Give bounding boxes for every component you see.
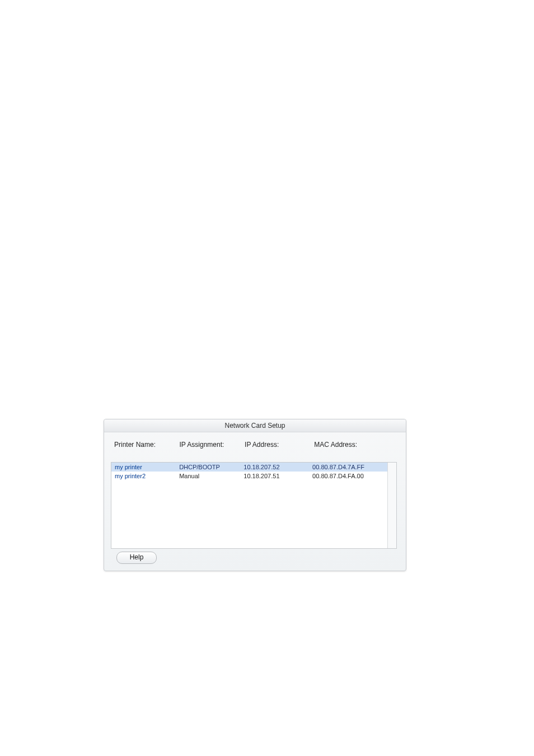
network-card-setup-dialog: Network Card Setup Printer Name: IP Assi… [104,419,406,571]
header-mac-address: MAC Address: [314,441,396,449]
help-button[interactable]: Help [116,552,157,564]
header-printer-name: Printer Name: [114,441,180,449]
header-ip-assignment: IP Assignment: [180,441,245,449]
scrollbar[interactable] [387,463,396,548]
header-ip-address: IP Address: [245,441,314,449]
cell-ip-assignment: DHCP/BOOTP [179,464,243,470]
cell-ip-assignment: Manual [179,473,243,479]
table-row[interactable]: my printer DHCP/BOOTP 10.18.207.52 00.80… [111,463,396,472]
printer-list[interactable]: my printer DHCP/BOOTP 10.18.207.52 00.80… [111,462,397,549]
cell-mac-address: 00.80.87.D4.FA.00 [312,473,393,479]
cell-printer-name: my printer [115,464,179,470]
cell-printer-name: my printer2 [115,473,179,479]
window-title: Network Card Setup [104,419,406,432]
column-headers: Printer Name: IP Assignment: IP Address:… [104,432,406,462]
cell-ip-address: 10.18.207.51 [243,473,312,479]
cell-ip-address: 10.18.207.52 [243,464,312,470]
table-row[interactable]: my printer2 Manual 10.18.207.51 00.80.87… [111,472,396,480]
cell-mac-address: 00.80.87.D4.7A.FF [312,464,393,470]
